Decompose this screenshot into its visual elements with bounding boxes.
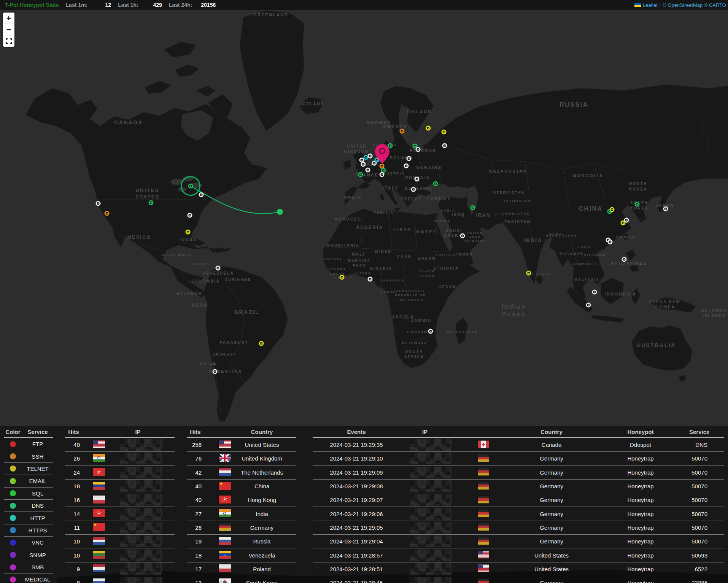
attack-dot[interactable] [188, 213, 192, 218]
attack-origin-dot[interactable] [188, 184, 193, 189]
legend-header-service: Service [22, 429, 53, 435]
legend-row: SMB [4, 561, 53, 573]
fullscreen-button[interactable] [3, 35, 14, 47]
service-color-legend: Color Service FTPSSHTELNETEMAILSQLDNSHTT… [4, 426, 53, 583]
attack-dot[interactable] [411, 187, 416, 192]
flag-cell [93, 551, 101, 560]
attack-dot[interactable] [621, 221, 626, 226]
country-name: The Netherlands [227, 469, 296, 476]
table-row: 256United States [187, 438, 296, 452]
attack-dot[interactable] [460, 234, 465, 238]
map-label: TAJIKISTAN [504, 199, 531, 203]
flag-in-icon [93, 454, 105, 462]
map-label: ISRAEL [434, 219, 451, 222]
honeypot-marker-pin[interactable] [375, 144, 390, 164]
map-label: VIETNAM [584, 253, 606, 257]
zoom-out-button[interactable]: − [3, 24, 14, 35]
attack-dot[interactable] [433, 181, 438, 186]
zoom-in-button[interactable]: + [3, 13, 14, 24]
leaflet-link[interactable]: Leaflet [643, 2, 658, 8]
attack-dot[interactable] [442, 143, 447, 148]
map-label: UKRAINE [416, 165, 442, 170]
attack-dot[interactable] [428, 329, 433, 334]
map-label: SPAIN [344, 195, 361, 200]
attack-dot[interactable] [610, 207, 615, 212]
table-row: 24 [65, 466, 175, 480]
attack-dot[interactable] [442, 130, 447, 135]
country-name: Germany [490, 511, 613, 517]
attack-dot[interactable] [105, 211, 110, 216]
flag-cell [477, 551, 490, 560]
flag-cell [93, 468, 101, 477]
attack-dot[interactable] [407, 156, 412, 161]
service-port: 50070 [689, 455, 724, 462]
attack-dot[interactable] [259, 341, 264, 346]
service-color-swatch [10, 527, 16, 533]
stat-value: 12 [87, 2, 111, 8]
stat-2: Last 24h:20156 [162, 2, 216, 8]
event-timestamp: 2024-03-21 19:29:10 [313, 455, 400, 462]
country-name: Germany [490, 455, 613, 462]
flag-ve-icon [219, 551, 231, 559]
country-name: Germany [490, 524, 613, 531]
map-label: GHANA [355, 271, 371, 275]
attack-dot[interactable] [361, 162, 366, 167]
attack-dot[interactable] [340, 275, 345, 280]
legend-row: SNMP [4, 549, 53, 561]
attack-dot[interactable] [622, 257, 627, 262]
attack-dot[interactable] [404, 164, 409, 168]
attack-dot[interactable] [526, 271, 531, 276]
table-row: 40Hong Kong [187, 493, 296, 507]
map-label: SUDAN [418, 256, 436, 261]
attack-dot[interactable] [400, 129, 405, 134]
flag-de-icon [478, 510, 489, 517]
country-name: Poland [227, 566, 296, 572]
anonymized-ip [410, 550, 451, 561]
attack-dot[interactable] [149, 200, 154, 205]
flag-cell [477, 496, 490, 505]
flag-de-icon [219, 523, 231, 531]
attack-dot[interactable] [366, 168, 370, 173]
attack-dot[interactable] [416, 147, 421, 152]
attack-dot[interactable] [470, 205, 475, 210]
attack-dot[interactable] [186, 230, 191, 235]
flag-de-icon [478, 468, 489, 476]
flag-nl-icon [219, 468, 231, 476]
map-label: AFGHANISTAN [495, 212, 530, 216]
attack-moving-dot[interactable] [277, 209, 283, 215]
top-stats-bar: T-Pot Honeypot Stats Last 1m:12Last 1h:4… [0, 0, 728, 10]
hits-count: 40 [65, 442, 82, 448]
attack-dot[interactable] [415, 177, 420, 182]
service-color-swatch [10, 503, 16, 509]
attack-dot[interactable] [216, 266, 221, 271]
flag-cell [477, 509, 490, 518]
legend-row: SQL [4, 488, 53, 500]
country-name: India [227, 511, 296, 517]
service-port: 50070 [689, 524, 724, 531]
attack-dot[interactable] [368, 154, 373, 159]
attack-dot[interactable] [608, 240, 613, 245]
attack-dot[interactable] [426, 126, 431, 131]
flag-ca-icon [478, 440, 489, 448]
map-label: ITALY [383, 186, 399, 190]
map-label: SURINAME [225, 278, 251, 281]
anonymized-ip [120, 508, 162, 520]
attack-dot[interactable] [663, 207, 668, 211]
flag-de-icon [478, 482, 489, 489]
attack-dot[interactable] [586, 303, 591, 308]
attack-dot[interactable] [635, 202, 640, 207]
map-label: LIBYA [393, 227, 411, 232]
map-label: ICELAND [301, 102, 324, 106]
map-label: MALI [352, 252, 365, 256]
tiles-attribution-link[interactable]: © OpenStreetMap © CARTO [663, 2, 726, 8]
attack-dot[interactable] [368, 277, 373, 282]
attack-dot[interactable] [96, 201, 101, 206]
attack-dot[interactable] [199, 192, 204, 197]
flag-cell [93, 496, 101, 505]
attack-dot[interactable] [213, 369, 218, 374]
country-name: Germany [490, 469, 613, 476]
attack-dot[interactable] [380, 172, 385, 177]
attack-dot[interactable] [358, 172, 363, 177]
map-label: CAMBODIA [571, 262, 598, 266]
attack-dot[interactable] [592, 290, 597, 295]
